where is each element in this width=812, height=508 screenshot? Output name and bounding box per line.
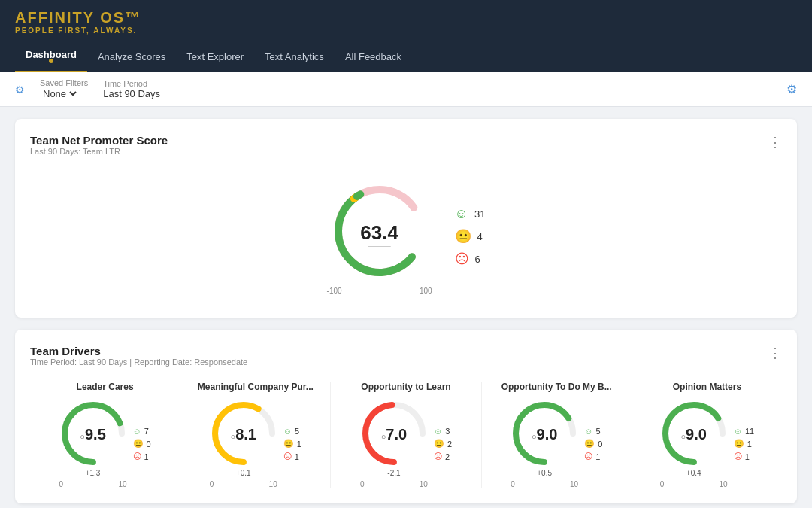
driver-content-0: ○9.5 +1.3 0 10 ☺ 7 😐 0: [59, 400, 151, 488]
driver-legend-2: ☺ 3 😐 2 ☹ 2: [434, 427, 452, 461]
driver-promoters-1: ☺ 5: [283, 427, 301, 436]
driver-prefix-1: ○: [231, 432, 236, 441]
main-content: Team Net Promoter Score Last 90 Days: Te…: [0, 107, 812, 508]
driver-content-2: ○7.0 -2.1 0 10 ☺ 3 😐 2: [360, 400, 452, 488]
driver-legend-1: ☺ 5 😐 1 ☹ 1: [283, 427, 301, 461]
driver-gauge-col-1: ○8.1 +0.1 0 10: [210, 400, 277, 488]
driver-passive-icon-2: 😐: [434, 439, 444, 449]
driver-promoters-0: ☺ 7: [133, 427, 151, 436]
driver-gauge-col-4: ○9.0 +0.4 0 10: [660, 400, 728, 488]
driver-detractor-count-0: 1: [144, 452, 149, 461]
driver-max-0: 10: [118, 480, 126, 488]
drivers-grid: Leader Cares ○9.5 +1.3 0: [30, 382, 782, 488]
drivers-subtitle: Time Period: Last 90 Days | Reporting Da…: [30, 357, 247, 367]
nav-text-analytics[interactable]: Text Analytics: [254, 44, 335, 70]
driver-passive-count-2: 2: [447, 440, 452, 449]
driver-content-3: ○9.0 +0.5 0 10 ☺ 5 😐 0: [511, 400, 602, 488]
driver-detractor-icon-4: ☹: [734, 452, 742, 461]
driver-legend-0: ☺ 7 😐 0 ☹ 1: [133, 427, 151, 461]
nps-gauge: 63.4: [327, 178, 432, 284]
nav-active-dot: [49, 59, 53, 63]
nav-all-feedback[interactable]: All Feedback: [335, 44, 412, 70]
driver-score-1: ○8.1: [231, 426, 256, 443]
driver-min-3: 0: [511, 480, 515, 488]
driver-passives-4: 😐 1: [734, 439, 754, 449]
nps-subtitle: Last 90 Days: Team LTR: [30, 147, 168, 156]
driver-title-4: Opinion Matters: [640, 382, 774, 392]
driver-score-3: ○9.0: [532, 426, 557, 443]
driver-detractor-icon-0: ☹: [133, 452, 141, 461]
driver-change-0: +1.3: [86, 469, 101, 477]
nps-legend: ☺ 31 😐 4 ☹ 6: [455, 206, 486, 267]
driver-passive-count-1: 1: [297, 440, 301, 449]
nps-card-titles: Team Net Promoter Score Last 90 Days: Te…: [30, 134, 168, 168]
driver-max-2: 10: [420, 480, 428, 488]
driver-promoters-2: ☺ 3: [434, 427, 452, 436]
driver-detractor-icon-1: ☹: [283, 452, 292, 461]
driver-gauge-col-3: ○9.0 +0.5 0 10: [511, 400, 578, 488]
nps-title: Team Net Promoter Score: [30, 134, 168, 147]
driver-detractors-4: ☹ 1: [734, 452, 754, 461]
driver-detractor-count-2: 2: [445, 452, 450, 461]
driver-gauge-1: ○8.1: [210, 400, 277, 467]
driver-passives-3: 😐 0: [584, 439, 602, 449]
driver-score-center-1: ○8.1: [231, 426, 256, 443]
driver-promoter-icon-0: ☺: [133, 427, 141, 436]
passives-icon: 😐: [455, 228, 471, 245]
driver-detractor-count-4: 1: [745, 452, 750, 461]
driver-min-4: 0: [660, 480, 665, 488]
nps-score-center: 63.4: [360, 221, 398, 248]
driver-content-4: ○9.0 +0.4 0 10 ☺ 11 😐 1: [660, 400, 754, 488]
nav-analyze-scores[interactable]: Analyze Scores: [87, 44, 176, 70]
driver-passive-count-0: 0: [147, 440, 151, 449]
driver-max-3: 10: [570, 480, 578, 488]
driver-legend-3: ☺ 5 😐 0 ☹ 1: [584, 427, 602, 461]
drivers-card-header: Team Drivers Time Period: Last 90 Days |…: [30, 345, 782, 379]
driver-detractors-0: ☹ 1: [133, 452, 151, 461]
driver-content-1: ○8.1 +0.1 0 10 ☺ 5 😐 1: [210, 400, 301, 488]
nps-passives: 😐 4: [455, 228, 486, 245]
driver-score-center-0: ○9.5: [80, 426, 105, 443]
driver-score-center-4: ○9.0: [680, 426, 706, 443]
driver-scale-3: 0 10: [511, 480, 578, 488]
driver-passives-0: 😐 0: [133, 439, 151, 449]
tagline: PEOPLE FIRST, ALWAYS.: [15, 26, 797, 35]
driver-legend-4: ☺ 11 😐 1 ☹ 1: [734, 427, 754, 461]
driver-detractor-icon-2: ☹: [434, 452, 442, 461]
driver-promoter-icon-2: ☺: [434, 427, 442, 436]
nav-dashboard[interactable]: Dashboard: [15, 41, 87, 72]
driver-passives-2: 😐 2: [434, 439, 452, 449]
driver-passive-icon-3: 😐: [584, 439, 595, 449]
driver-change-2: -2.1: [387, 469, 400, 477]
saved-filters-select[interactable]: None: [40, 87, 79, 100]
driver-passive-icon-0: 😐: [133, 439, 144, 449]
drivers-card-menu[interactable]: ⋮: [768, 345, 782, 361]
driver-change-4: +0.4: [686, 469, 701, 477]
driver-score-center-3: ○9.0: [532, 426, 557, 443]
driver-title-0: Leader Cares: [38, 382, 172, 392]
nps-card-menu[interactable]: ⋮: [768, 134, 782, 151]
driver-promoter-count-0: 7: [144, 427, 149, 436]
promoters-count: 31: [474, 208, 485, 220]
drivers-card: Team Drivers Time Period: Last 90 Days |…: [15, 330, 797, 503]
driver-scale-4: 0 10: [660, 480, 728, 488]
logo-area: AFFINITY OS™ PEOPLE FIRST, ALWAYS.: [0, 0, 812, 41]
nps-card-header: Team Net Promoter Score Last 90 Days: Te…: [30, 134, 782, 168]
driver-promoters-4: ☺ 11: [734, 427, 754, 436]
filter-icon: ⚙: [15, 84, 25, 96]
nav-bar: Dashboard Analyze Scores Text Explorer T…: [0, 41, 812, 72]
passives-count: 4: [477, 231, 483, 242]
driver-item-0: Leader Cares ○9.5 +1.3 0: [30, 382, 180, 488]
nps-promoters: ☺ 31: [455, 206, 486, 222]
logo: AFFINITY OS™: [15, 9, 797, 26]
time-period-label: Time Period: [103, 79, 160, 88]
drivers-title: Team Drivers: [30, 345, 247, 357]
filter-options-icon[interactable]: ⚙: [786, 82, 797, 96]
detractors-count: 6: [475, 254, 480, 265]
driver-score-0: ○9.5: [80, 426, 105, 443]
driver-scale-0: 0 10: [59, 480, 127, 488]
driver-detractor-icon-3: ☹: [584, 452, 592, 461]
nps-min-label: -100: [327, 287, 342, 295]
nav-text-explorer[interactable]: Text Explorer: [176, 44, 254, 70]
saved-filters-label: Saved Filters: [40, 78, 88, 87]
